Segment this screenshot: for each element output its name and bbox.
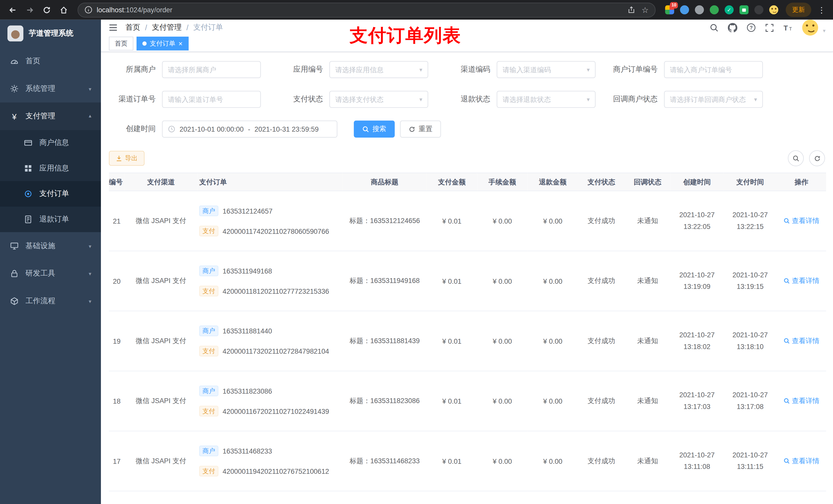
app-select[interactable]: ▾ [329, 61, 428, 78]
cell-notify: 未通知 [625, 251, 670, 311]
cell-order: 商户 1635311823086 支付 42000011672021102710… [197, 371, 342, 431]
font-size-button[interactable]: TT [783, 23, 793, 32]
channel-code-input[interactable] [503, 66, 585, 73]
toggle-search-button[interactable] [788, 150, 804, 166]
sidebar-item-infra[interactable]: 基础设施 ▾ [0, 232, 101, 260]
reset-button[interactable]: 重置 [400, 121, 441, 138]
share-icon[interactable] [627, 6, 635, 14]
pay-status-select[interactable]: ▾ [329, 91, 428, 108]
extension-icon-chat[interactable] [739, 5, 748, 14]
date-start-value[interactable]: 2021-10-01 00:00:00 [180, 125, 244, 133]
sidebar-item-home[interactable]: 首页 [0, 47, 101, 75]
search-icon [783, 218, 790, 224]
channel-order-no-field[interactable] [162, 91, 261, 108]
sidebar-item-app-info[interactable]: 应用信息 [0, 156, 101, 181]
yen-icon: ¥ [9, 112, 19, 121]
extension-icon-grid[interactable]: 10 [665, 5, 674, 14]
merchant-select[interactable] [162, 61, 261, 78]
view-detail-link[interactable]: 查看详情 [783, 396, 819, 406]
cell-notify: 未通知 [625, 371, 670, 431]
breadcrumb-payment[interactable]: 支付管理 [152, 23, 182, 32]
extension-icon-blue[interactable] [680, 5, 689, 14]
table-toolbar: 导出 [101, 150, 833, 166]
export-button[interactable]: 导出 [109, 151, 144, 166]
cell-amount [427, 491, 477, 504]
chevron-down-icon: ▾ [89, 243, 91, 249]
cell-status: 支付成功 [578, 191, 625, 251]
notify-status-input[interactable] [670, 95, 752, 103]
tab-close-icon[interactable]: × [178, 40, 183, 47]
refresh-table-button[interactable] [809, 150, 825, 166]
notify-status-select[interactable]: ▾ [664, 91, 763, 108]
forward-button[interactable] [22, 2, 37, 17]
refund-status-input[interactable] [503, 95, 585, 103]
sidebar-item-payment[interactable]: ¥ 支付管理 ▾ [0, 102, 101, 130]
fullscreen-button[interactable] [765, 23, 774, 32]
user-avatar[interactable] [802, 20, 818, 35]
sidebar-item-refund-order[interactable]: 退款订单 [0, 207, 101, 232]
extension-icon-grey[interactable] [695, 5, 704, 14]
site-info-icon[interactable] [85, 6, 93, 14]
home-button[interactable] [56, 2, 71, 17]
cell-fee [477, 491, 527, 504]
sidebar-item-merchant-info[interactable]: 商户信息 [0, 130, 101, 156]
sidebar-item-devtools[interactable]: 研发工具 ▾ [0, 260, 101, 287]
merchant-order-no-input[interactable] [670, 66, 757, 73]
sidebar-toggle-button[interactable] [109, 23, 118, 32]
extension-icon-green[interactable] [710, 5, 719, 14]
refund-status-select[interactable]: ▾ [497, 91, 596, 108]
download-icon [116, 155, 122, 162]
merchant-input[interactable] [168, 66, 255, 73]
cell-id: 18 [109, 371, 125, 431]
github-button[interactable] [728, 23, 737, 32]
profile-avatar-icon[interactable] [769, 5, 778, 14]
sidebar-item-workflow[interactable]: 工作流程 ▾ [0, 287, 101, 315]
screen: localhost:1024/pay/order ☆ 10 ✓ 更新 ⋮ 芋道管… [0, 0, 833, 504]
browser-update-button[interactable]: 更新 [786, 3, 811, 17]
pay-tag: 支付 [199, 406, 218, 416]
cell-id: 21 [109, 191, 125, 251]
sidebar: 芋道管理系统 首页 系统管理 ▾ ¥ 支付管理 ▾ [0, 20, 101, 504]
app-input[interactable] [335, 66, 417, 73]
filter-label: 所属商户 [103, 65, 162, 74]
reload-icon [43, 6, 51, 14]
reload-button[interactable] [39, 2, 54, 17]
logo-image [7, 26, 23, 42]
date-range-picker[interactable]: 2021-10-01 00:00:00 - 2021-10-31 23:59:5… [162, 121, 337, 138]
help-button[interactable]: ? [746, 23, 756, 32]
browser-menu-icon[interactable]: ⋮ [815, 5, 828, 15]
back-button[interactable] [5, 2, 20, 17]
search-button[interactable]: 搜索 [354, 121, 395, 138]
view-detail-link[interactable]: 查看详情 [783, 336, 819, 346]
avatar-caret-icon[interactable]: ▾ [823, 28, 826, 35]
sidebar-item-pay-order[interactable]: 支付订单 [0, 181, 101, 207]
search-icon [783, 398, 790, 404]
cell-id [109, 491, 125, 504]
merchant-order-no-field[interactable] [664, 61, 763, 78]
view-detail-link[interactable]: 查看详情 [783, 456, 819, 466]
col-create-time: 创建时间 [670, 173, 723, 191]
bookmark-star-icon[interactable]: ☆ [641, 6, 648, 14]
tab-home[interactable]: 首页 [109, 37, 133, 50]
extension-icon-check[interactable]: ✓ [724, 5, 734, 14]
extension-icon-dark[interactable] [754, 5, 763, 14]
cell-fee: ¥ 0.00 [477, 311, 527, 371]
sidebar-item-system[interactable]: 系统管理 ▾ [0, 75, 101, 102]
channel-code-select[interactable]: ▾ [497, 61, 596, 78]
view-detail-link[interactable]: 查看详情 [783, 276, 819, 286]
search-icon [710, 23, 719, 32]
cell-fee: ¥ 0.00 [477, 191, 527, 251]
tab-label: 首页 [115, 39, 127, 48]
sidebar-item-label: 研发工具 [26, 269, 55, 278]
table-row: 商户 [109, 491, 826, 504]
tab-pay-order[interactable]: 支付订单 × [137, 37, 188, 50]
github-icon [728, 23, 737, 32]
address-bar[interactable]: localhost:1024/pay/order ☆ [78, 2, 656, 17]
search-button[interactable] [710, 23, 719, 32]
pay-status-input[interactable] [335, 95, 417, 103]
breadcrumb-home[interactable]: 首页 [125, 23, 140, 32]
view-detail-link[interactable]: 查看详情 [783, 216, 819, 225]
date-end-value[interactable]: 2021-10-31 23:59:59 [255, 125, 319, 133]
col-actions: 操作 [777, 173, 826, 191]
channel-order-no-input[interactable] [168, 95, 255, 103]
